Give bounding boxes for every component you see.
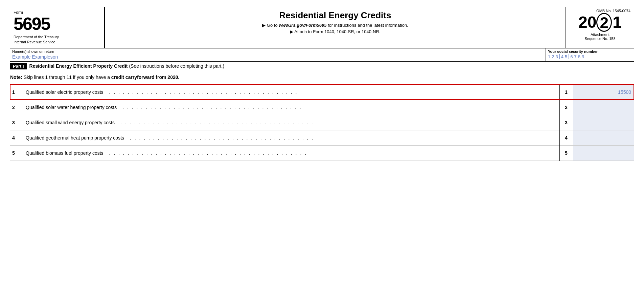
line-3-desc: Qualified small wind energy property cos… [24,115,559,130]
line-1-ref: 1 [559,85,573,100]
line-4-ref: 4 [559,130,573,145]
note-row: Note: Skip lines 1 through 11 if you onl… [10,71,634,85]
line-4-value[interactable] [573,130,634,145]
ssn-d4: 4 [561,54,564,59]
name-cell: Name(s) shown on return Example Examples… [10,48,546,61]
ssn-d7: 7 [574,54,576,59]
line-1-dots: . . . . . . . . . . . . . . . . . . . . … [107,89,298,95]
line-2-desc: Qualified solar water heating property c… [24,100,559,115]
ssn-label: Your social security number [548,49,632,54]
line-3-desc-text: Qualified small wind energy property cos… [26,120,115,125]
line-2-value[interactable] [573,100,634,115]
attachment-text: Attachment Sequence No. 158 [570,33,630,41]
ssn-d1: 1 [548,54,550,59]
table-row: 5 Qualified biomass fuel property costs … [10,145,634,161]
line-5-desc-text: Qualified biomass fuel property costs [26,150,104,156]
subtitle1: ▶ Go to www.irs.gov/Form5695 for instruc… [112,23,559,28]
note-text-bold: credit carryforward from 2020. [111,75,180,80]
table-row: 3 Qualified small wind energy property c… [10,115,634,130]
table-row: 1 Qualified solar electric property cost… [10,85,634,100]
form-header: Form 5695 Department of the Treasury Int… [10,7,634,48]
ssn-d3: 3 [555,54,559,59]
name-label: Name(s) shown on return [12,49,544,54]
line-1-desc-text: Qualified solar electric property costs [26,89,104,95]
part1-title-normal: (See instructions before completing this… [129,63,224,69]
line-1-number: 1 [10,85,24,100]
ssn-d6: 6 [570,54,573,59]
header-left: Form 5695 Department of the Treasury Int… [10,7,105,48]
year-display: 2021 [570,13,630,32]
main-title: Residential Energy Credits [112,10,559,21]
line-4-dots: . . . . . . . . . . . . . . . . . . . . … [128,135,314,141]
note-text-normal: Skip lines 1 through 11 if you only have… [24,75,111,80]
ssn-d8: 8 [578,54,580,59]
name-row: Name(s) shown on return Example Examples… [10,48,634,62]
table-row: 4 Qualified geothermal heat pump propert… [10,130,634,145]
line-2-desc-text: Qualified solar water heating property c… [26,105,117,110]
omb-number: OMB No. 1545-0074 [570,9,630,13]
line-4-desc-text: Qualified geothermal heat pump property … [26,135,124,141]
table-row: 2 Qualified solar water heating property… [10,100,634,115]
line-2-dots: . . . . . . . . . . . . . . . . . . . . … [120,105,302,110]
ssn-d5: 5 [565,54,569,59]
line-4-number: 4 [10,130,24,145]
line-3-dots: . . . . . . . . . . . . . . . . . . . . … [118,120,314,125]
part1-title-strong: Residential Energy Efficient Property Cr… [29,63,128,69]
ssn-d9: 9 [582,54,584,59]
subtitle2: ▶ Attach to Form 1040, 1040-SR, or 1040-… [112,29,559,34]
note-prefix: Note: [10,75,22,80]
year-part1: 20 [578,14,596,30]
line-2-number: 2 [10,100,24,115]
line-3-number: 3 [10,115,24,130]
name-value: Example Exampleson [12,54,544,60]
header-center: Residential Energy Credits ▶ Go to www.i… [105,7,566,48]
line-2-ref: 2 [559,100,573,115]
line-1-desc: Qualified solar electric property costs … [24,85,559,100]
line-1-value[interactable]: 15500 [573,85,634,100]
line-4-desc: Qualified geothermal heat pump property … [24,130,559,145]
line-5-value[interactable] [573,145,634,161]
line-3-value[interactable] [573,115,634,130]
dept-text: Department of the Treasury Internal Reve… [14,35,101,45]
form-number: 5695 [14,15,101,33]
line-5-desc: Qualified biomass fuel property costs . … [24,145,559,161]
part1-badge: Part I [10,63,27,69]
year-part2: 1 [613,14,622,30]
line-5-dots: . . . . . . . . . . . . . . . . . . . . … [107,150,307,156]
ssn-values: 1 2 3 4 5 6 7 8 9 [548,54,632,59]
line-5-number: 5 [10,145,24,161]
line-3-ref: 3 [559,115,573,130]
header-right: OMB No. 1545-0074 2021 Attachment Sequen… [566,7,634,48]
ssn-cell: Your social security number 1 2 3 4 5 6 … [546,48,634,61]
form-lines-table: 1 Qualified solar electric property cost… [10,85,634,161]
part1-description: Residential Energy Efficient Property Cr… [29,63,225,69]
line-5-ref: 5 [559,145,573,161]
ssn-d2: 2 [552,54,554,59]
year-open-char: 2 [596,13,612,32]
form-page: Form 5695 Department of the Treasury Int… [0,0,644,297]
part1-section-header: Part I Residential Energy Efficient Prop… [10,62,634,71]
